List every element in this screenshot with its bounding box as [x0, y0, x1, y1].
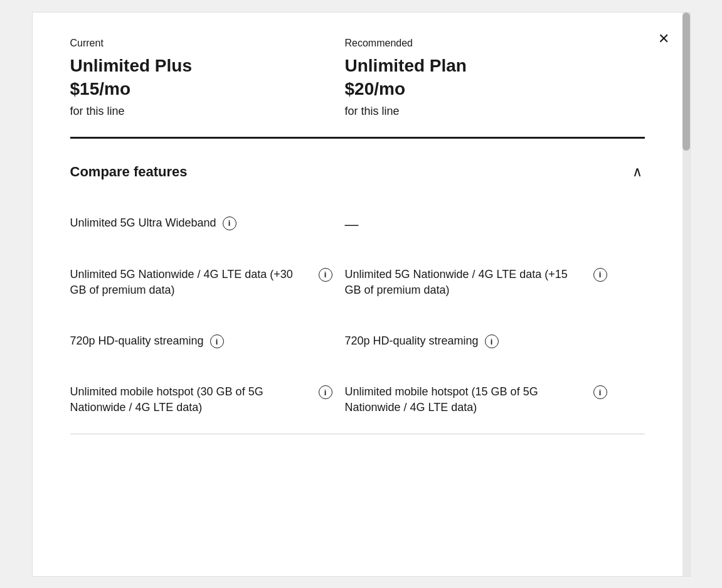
feature-dash-ultra-wideband: —	[345, 218, 359, 232]
feature-right-hotspot: Unlimited mobile hotspot (15 GB of 5G Na…	[345, 384, 645, 415]
feature-text-right-nationwide: Unlimited 5G Nationwide / 4G LTE data (+…	[345, 267, 587, 298]
current-plan-price: $15/mo	[70, 78, 320, 100]
current-plan-description: for this line	[70, 105, 320, 118]
plans-header: Current Unlimited Plus $15/mo for this l…	[70, 38, 645, 137]
feature-text-right-hd-streaming: 720p HD-quality streaming	[345, 333, 479, 349]
recommended-plan-column: Recommended Unlimited Plan $20/mo for th…	[345, 38, 645, 118]
compare-section: Compare features ∧ Unlimited 5G Ultra Wi…	[70, 139, 645, 434]
feature-text-left-nationwide: Unlimited 5G Nationwide / 4G LTE data (+…	[70, 267, 312, 298]
current-plan-name: Unlimited Plus	[70, 55, 320, 77]
feature-text-left-hotspot: Unlimited mobile hotspot (30 GB of 5G Na…	[70, 384, 312, 415]
feature-row-hotspot: Unlimited mobile hotspot (30 GB of 5G Na…	[70, 366, 645, 433]
info-icon-right-hotspot[interactable]: i	[593, 385, 607, 399]
info-icon-left-hotspot[interactable]: i	[319, 385, 332, 399]
info-icon-left-nationwide[interactable]: i	[319, 268, 332, 282]
collapse-button[interactable]: ∧	[630, 161, 645, 183]
feature-right-nationwide: Unlimited 5G Nationwide / 4G LTE data (+…	[345, 267, 645, 298]
feature-right-ultra-wideband: —	[345, 215, 645, 232]
feature-row-nationwide: Unlimited 5G Nationwide / 4G LTE data (+…	[70, 249, 645, 316]
feature-text-left-hd-streaming: 720p HD-quality streaming	[70, 333, 204, 349]
feature-text-right-hotspot: Unlimited mobile hotspot (15 GB of 5G Na…	[345, 384, 587, 415]
content-area: Current Unlimited Plus $15/mo for this l…	[33, 13, 682, 576]
recommended-plan-description: for this line	[345, 105, 595, 118]
feature-text-left-ultra-wideband: Unlimited 5G Ultra Wideband	[70, 215, 216, 231]
scrollbar[interactable]	[682, 13, 690, 576]
bottom-divider	[70, 434, 645, 434]
scrollbar-thumb	[682, 13, 690, 151]
feature-row-ultra-wideband: Unlimited 5G Ultra Wideband i —	[70, 198, 645, 249]
feature-left-ultra-wideband: Unlimited 5G Ultra Wideband i	[70, 215, 345, 231]
compare-header: Compare features ∧	[70, 151, 645, 198]
modal: ✕ Current Unlimited Plus $15/mo for this…	[32, 12, 691, 577]
recommended-label: Recommended	[345, 38, 595, 49]
info-icon-left-ultra-wideband[interactable]: i	[223, 216, 236, 230]
feature-left-hotspot: Unlimited mobile hotspot (30 GB of 5G Na…	[70, 384, 345, 415]
info-icon-left-hd-streaming[interactable]: i	[210, 334, 224, 348]
modal-container: ✕ Current Unlimited Plus $15/mo for this…	[0, 0, 722, 588]
recommended-plan-name: Unlimited Plan	[345, 55, 595, 77]
feature-left-nationwide: Unlimited 5G Nationwide / 4G LTE data (+…	[70, 267, 345, 298]
current-plan-column: Current Unlimited Plus $15/mo for this l…	[70, 38, 345, 118]
recommended-plan-price: $20/mo	[345, 78, 595, 100]
feature-right-hd-streaming: 720p HD-quality streaming i	[345, 333, 645, 349]
info-icon-right-nationwide[interactable]: i	[593, 268, 607, 282]
feature-left-hd-streaming: 720p HD-quality streaming i	[70, 333, 345, 349]
features-grid: Unlimited 5G Ultra Wideband i — Unlimite…	[70, 198, 645, 434]
close-button[interactable]: ✕	[652, 28, 675, 50]
feature-row-hd-streaming: 720p HD-quality streaming i 720p HD-qual…	[70, 316, 645, 366]
compare-title: Compare features	[70, 164, 188, 180]
info-icon-right-hd-streaming[interactable]: i	[485, 334, 499, 348]
current-label: Current	[70, 38, 320, 49]
